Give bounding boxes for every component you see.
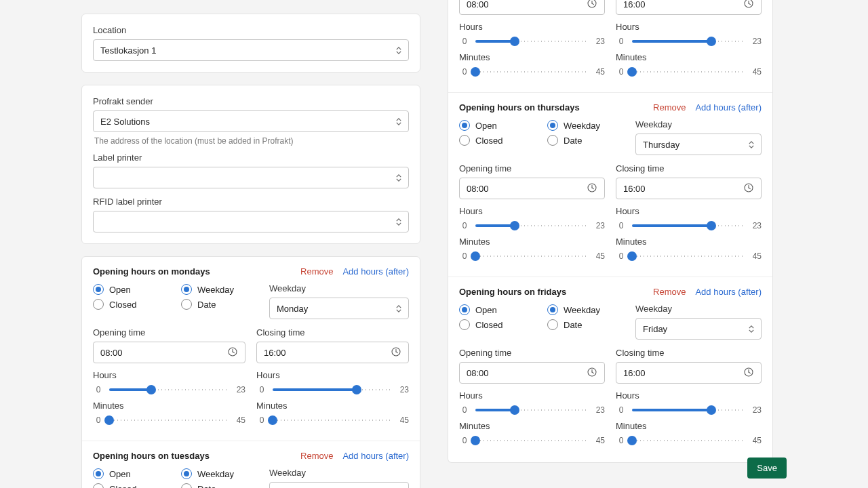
slider[interactable] <box>632 220 745 231</box>
slider[interactable] <box>475 220 589 231</box>
radio-closed[interactable]: Closed <box>93 297 167 312</box>
slider[interactable] <box>475 405 589 415</box>
radio-icon <box>93 483 104 488</box>
radio-icon <box>459 135 470 146</box>
time-input[interactable]: 16:00 <box>256 342 409 363</box>
time-input[interactable]: 16:00 <box>616 178 762 199</box>
add-hours-link[interactable]: Add hours (after) <box>695 102 762 113</box>
clock-icon <box>391 346 401 359</box>
clock-icon <box>587 182 597 195</box>
radio-icon <box>93 284 104 295</box>
radio-icon <box>181 468 192 479</box>
radio-icon <box>547 319 558 330</box>
svg-line-2 <box>233 352 234 353</box>
weekday-select[interactable]: Thursday <box>635 134 762 155</box>
slider[interactable] <box>273 415 393 426</box>
location-label: Location <box>93 25 409 35</box>
slider[interactable] <box>475 251 589 262</box>
slider[interactable] <box>475 36 589 47</box>
chevron-updown-icon <box>396 174 401 182</box>
radio-icon <box>93 468 104 479</box>
slider[interactable] <box>475 66 589 77</box>
slider[interactable] <box>632 66 745 77</box>
radio-closed[interactable]: Closed <box>459 317 534 332</box>
rfid-printer-select[interactable] <box>93 211 409 232</box>
svg-line-17 <box>749 188 750 189</box>
radio-open[interactable]: Open <box>93 282 167 297</box>
chevron-updown-icon <box>396 47 401 54</box>
clock-icon <box>227 346 238 359</box>
rfid-printer-label: RFID label printer <box>93 197 409 207</box>
profrakt-sender-help: The address of the location (must be add… <box>94 136 408 146</box>
clock-icon <box>587 0 597 11</box>
radio-weekday[interactable]: Weekday <box>181 282 256 297</box>
section-title: Opening hours on thursdays <box>459 102 580 113</box>
remove-link[interactable]: Remove <box>653 102 686 113</box>
remove-link[interactable]: Remove <box>300 451 333 461</box>
svg-line-8 <box>592 3 593 5</box>
clock-icon <box>743 367 754 380</box>
slider[interactable] <box>632 405 745 415</box>
radio-weekday[interactable]: Weekday <box>547 302 622 317</box>
svg-line-14 <box>592 188 593 189</box>
profrakt-sender-select[interactable]: E2 Solutions <box>93 110 409 132</box>
radio-closed[interactable]: Closed <box>93 481 167 488</box>
slider[interactable] <box>273 384 393 395</box>
time-input[interactable]: 16:00 <box>616 362 762 384</box>
label-printer-label: Label printer <box>93 152 409 163</box>
time-input[interactable]: 16:00 <box>616 0 762 15</box>
chevron-updown-icon <box>396 305 401 312</box>
remove-link[interactable]: Remove <box>300 266 333 277</box>
add-hours-link[interactable]: Add hours (after) <box>342 266 409 277</box>
section-title: Opening hours on mondays <box>93 266 210 277</box>
add-hours-link[interactable]: Add hours (after) <box>342 451 409 461</box>
radio-icon <box>93 299 104 310</box>
radio-date[interactable]: Date <box>547 133 622 148</box>
weekday-select[interactable]: Monday <box>269 298 409 319</box>
radio-icon <box>547 120 558 131</box>
save-button[interactable]: Save <box>747 458 787 479</box>
divider <box>448 277 772 277</box>
slider[interactable] <box>632 435 745 446</box>
radio-open[interactable]: Open <box>93 466 167 481</box>
svg-line-20 <box>592 372 593 373</box>
add-hours-link[interactable]: Add hours (after) <box>695 287 762 297</box>
time-input[interactable]: 08:00 <box>93 342 245 363</box>
radio-weekday[interactable]: Weekday <box>547 118 622 133</box>
slider[interactable] <box>632 36 745 47</box>
radio-closed[interactable]: Closed <box>459 133 534 148</box>
radio-weekday[interactable]: Weekday <box>181 466 256 481</box>
chevron-updown-icon <box>396 118 401 125</box>
svg-line-23 <box>749 372 750 373</box>
remove-link[interactable]: Remove <box>653 287 686 297</box>
location-card: Location Testlokasjon 1 <box>81 14 420 73</box>
radio-icon <box>459 304 470 315</box>
label-printer-select[interactable] <box>93 167 409 188</box>
clock-icon <box>743 0 754 11</box>
chevron-updown-icon <box>749 141 754 148</box>
slider[interactable] <box>632 251 745 262</box>
radio-open[interactable]: Open <box>459 118 534 133</box>
weekday-select[interactable]: Tuesday <box>269 482 409 488</box>
radio-icon <box>459 120 470 131</box>
slider[interactable] <box>109 384 229 395</box>
clock-icon <box>587 367 597 380</box>
weekday-select[interactable]: Friday <box>635 318 762 340</box>
chevron-updown-icon <box>396 218 401 226</box>
profrakt-sender-value: E2 Solutions <box>100 117 150 127</box>
slider[interactable] <box>475 435 589 446</box>
radio-date[interactable]: Date <box>547 317 622 332</box>
clock-icon <box>743 182 754 195</box>
chevron-updown-icon <box>749 325 754 333</box>
time-input[interactable]: 08:00 <box>459 0 605 15</box>
svg-line-11 <box>749 3 750 5</box>
radio-date[interactable]: Date <box>181 481 256 488</box>
divider <box>448 92 772 93</box>
time-input[interactable]: 08:00 <box>459 362 605 384</box>
radio-open[interactable]: Open <box>459 302 534 317</box>
location-select[interactable]: Testlokasjon 1 <box>93 39 409 61</box>
location-value: Testlokasjon 1 <box>100 45 156 56</box>
time-input[interactable]: 08:00 <box>459 178 605 199</box>
radio-date[interactable]: Date <box>181 297 256 312</box>
slider[interactable] <box>109 415 229 426</box>
